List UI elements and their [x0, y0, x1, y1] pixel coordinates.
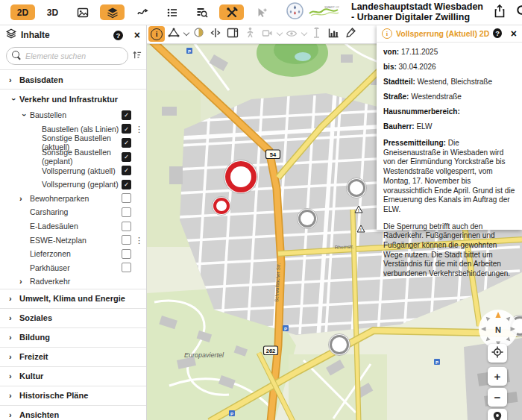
- search-button[interactable]: [516, 4, 522, 21]
- panel-close-button[interactable]: ×: [511, 28, 517, 39]
- swipe-compare-button[interactable]: [207, 26, 224, 42]
- layer-checkbox[interactable]: ✓: [122, 138, 131, 148]
- tree-item-ansichten[interactable]: ›Ansichten: [0, 405, 146, 420]
- tools-button[interactable]: [219, 4, 244, 20]
- draw-3d-tool-button[interactable]: [342, 26, 359, 42]
- viewshed-tool-button[interactable]: [283, 26, 300, 42]
- tree-item-verkehr-und-infrastruktur[interactable]: ›Verkehr und Infrastruktur: [0, 89, 146, 108]
- layer-checkbox[interactable]: ✓: [122, 166, 131, 175]
- pedestrian-icon: [245, 27, 255, 41]
- measure-tool-dropdown[interactable]: [183, 26, 189, 42]
- sidebar-help-button[interactable]: ?: [113, 31, 123, 40]
- poi-pin-button[interactable]: [488, 409, 507, 420]
- vollsperrung-aktuell-marker[interactable]: [224, 160, 258, 194]
- panel-help-button[interactable]: ?: [493, 28, 502, 38]
- tree-item-carsharing[interactable]: Carsharing: [0, 205, 146, 219]
- tools-icon: [226, 7, 238, 19]
- kebab-menu-icon[interactable]: ⋮: [135, 235, 143, 245]
- tree-item-kultur[interactable]: ›Kultur: [0, 366, 146, 386]
- share-button[interactable]: [494, 4, 506, 21]
- layers-tool-button[interactable]: [100, 4, 125, 20]
- streetlamp-tool-button[interactable]: [308, 26, 324, 42]
- shadow-tool-button[interactable]: [190, 26, 207, 42]
- tree-item-baustellen[interactable]: ›Baustellen✓: [0, 108, 146, 122]
- swipe-divider-icon: [210, 28, 221, 41]
- tree-item-radverkehr[interactable]: ›Radverkehr: [0, 275, 146, 289]
- viewshed-dropdown[interactable]: [301, 26, 307, 42]
- tree-item-label: Parkhäuser: [30, 263, 70, 272]
- layer-checkbox[interactable]: [122, 249, 131, 259]
- tree-item-umwelt-klima-und-energie[interactable]: ›Umwelt, Klima und Energie: [0, 289, 146, 308]
- search-layers-button[interactable]: [189, 4, 214, 20]
- layer-checkbox[interactable]: ✓: [122, 180, 131, 189]
- parking-icon: P: [186, 48, 192, 54]
- tree-item-bewohnerparken[interactable]: ›Bewohnerparken: [0, 192, 146, 206]
- layout-tool-button[interactable]: [224, 26, 241, 42]
- layer-checkbox[interactable]: ✓: [122, 110, 131, 120]
- legend-tool-button[interactable]: [160, 4, 184, 20]
- panel-field-von: von: 17.11.2025: [383, 48, 515, 57]
- chevron-right-icon[interactable]: ›: [9, 294, 19, 303]
- layer-checkbox[interactable]: [122, 222, 131, 231]
- tree-item-bildung[interactable]: ›Bildung: [0, 327, 146, 347]
- camera-flight-button[interactable]: [259, 26, 275, 42]
- chevron-right-icon[interactable]: ›: [19, 277, 30, 286]
- chevron-down-icon[interactable]: ›: [20, 110, 29, 120]
- sidebar-close-button[interactable]: ×: [134, 30, 140, 40]
- tree-item-vollsperrung-aktuell[interactable]: Vollsperrung (aktuell)✓: [0, 163, 146, 178]
- chevron-right-icon[interactable]: ›: [9, 333, 19, 342]
- chevron-down-icon[interactable]: ›: [10, 94, 19, 104]
- mode-3d-button[interactable]: 3D: [40, 4, 65, 20]
- tree-item-sonstige-baustellen-geplant[interactable]: Sonstige Baustellen (geplant)✓: [0, 150, 146, 164]
- mode-2d-button[interactable]: 2D: [10, 4, 35, 20]
- baustelle-marker[interactable]: [298, 209, 318, 229]
- kebab-menu-icon[interactable]: ⋮: [135, 124, 143, 134]
- chevron-right-icon[interactable]: ›: [9, 75, 19, 84]
- map-canvas[interactable]: P P P P ! ! EuropaviertelSchwalbacher St…: [147, 25, 522, 420]
- tree-item-historische-pläne[interactable]: ›Historische Pläne: [0, 386, 146, 405]
- layer-checkbox[interactable]: [122, 235, 131, 245]
- tree-item-soziales[interactable]: ›Soziales: [0, 308, 146, 327]
- tree-item-parkhäuser[interactable]: Parkhäuser: [0, 261, 146, 275]
- tree-item-eswe-netzplan[interactable]: ESWE-Netzplan⋮: [0, 233, 146, 247]
- select-tool-button[interactable]: [249, 4, 274, 20]
- layer-search-input[interactable]: [6, 47, 128, 65]
- chevron-right-icon[interactable]: ›: [9, 372, 19, 380]
- info-icon: i: [151, 28, 163, 40]
- baustelle-marker[interactable]: [329, 334, 350, 356]
- measure-tool-button[interactable]: [166, 26, 182, 42]
- screenshot-tool-button[interactable]: [70, 4, 95, 20]
- locate-button[interactable]: [488, 344, 507, 363]
- chevron-right-icon[interactable]: ›: [9, 410, 19, 419]
- checklist-icon: [166, 7, 178, 19]
- tree-item-e-ladesäulen[interactable]: E-Ladesäulen: [0, 219, 146, 233]
- tree-item-lieferzonen[interactable]: Lieferzonen: [0, 247, 146, 261]
- map-label: Rheinstr.: [335, 244, 354, 250]
- zoom-out-button[interactable]: −: [488, 388, 507, 407]
- layer-checkbox[interactable]: [122, 193, 131, 203]
- vollsperrung-aktuell-marker[interactable]: [213, 197, 231, 216]
- swipe-tool-button[interactable]: [130, 4, 154, 20]
- sort-button[interactable]: [132, 49, 142, 63]
- layers-icon: [6, 28, 16, 42]
- layer-checkbox[interactable]: [122, 263, 131, 272]
- chevron-right-icon[interactable]: ›: [9, 352, 19, 361]
- info-tool-button[interactable]: i: [148, 26, 165, 42]
- zoom-in-button[interactable]: +: [488, 367, 507, 386]
- chevron-right-icon[interactable]: ›: [9, 313, 19, 322]
- layer-checkbox[interactable]: ✓: [122, 152, 131, 162]
- tree-item-freizeit[interactable]: ›Freizeit: [0, 347, 146, 366]
- camera-flight-dropdown[interactable]: [276, 26, 283, 42]
- tree-item-vollsperrung-geplant[interactable]: Vollsperrung (geplant)✓: [0, 178, 146, 192]
- layer-checkbox[interactable]: [122, 207, 131, 217]
- panel-paragraph: Die Sperrung betrifft auch den Radverkeh…: [383, 222, 515, 279]
- tree-item-label: Bildung: [19, 333, 50, 342]
- panel-paragraph: Pressemitteilung: Die Gneisenaustraße in…: [383, 139, 515, 215]
- pedestrian-tool-button[interactable]: [242, 26, 258, 42]
- statistics-tool-button[interactable]: [325, 26, 342, 42]
- chevron-right-icon[interactable]: ›: [19, 194, 30, 203]
- layer-checkbox[interactable]: ✓: [122, 124, 131, 134]
- tree-item-basisdaten[interactable]: ›Basisdaten: [0, 69, 146, 89]
- baustelle-marker[interactable]: [347, 178, 367, 198]
- chevron-right-icon[interactable]: ›: [9, 391, 19, 400]
